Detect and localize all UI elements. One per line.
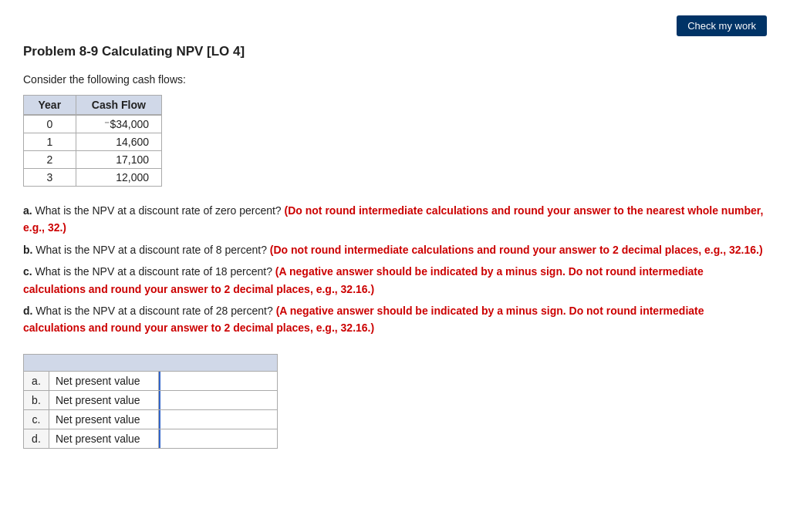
answer-row-label: d. [24, 429, 49, 448]
cash-flow-year: 1 [24, 133, 76, 151]
answer-field-label: Net present value [49, 429, 159, 448]
question-b: b. What is the NPV at a discount rate of… [23, 241, 767, 258]
answer-input-cell[interactable] [159, 409, 278, 429]
cash-flow-value: ⁻$34,000 [76, 115, 161, 133]
cash-flow-value: 12,000 [76, 169, 161, 187]
cash-flow-row: 1 14,600 [24, 133, 162, 151]
cash-flow-year: 2 [24, 151, 76, 169]
cash-flow-year: 3 [24, 169, 76, 187]
problem-title: Problem 8-9 Calculating NPV [LO 4] [23, 44, 767, 59]
answer-row: b. Net present value [24, 390, 278, 409]
answer-row-label: a. [24, 371, 49, 390]
cash-flow-row: 2 17,100 [24, 151, 162, 169]
answer-table: a. Net present value b. Net present valu… [23, 354, 278, 449]
cash-flow-table: Year Cash Flow 0 ⁻$34,000 1 14,600 2 17,… [23, 95, 162, 187]
question-c: c. What is the NPV at a discount rate of… [23, 263, 767, 298]
answer-row: d. Net present value [24, 429, 278, 448]
answer-row: c. Net present value [24, 409, 278, 429]
top-bar: Check my work [23, 15, 767, 36]
answer-row: a. Net present value [24, 371, 278, 390]
answer-row-label: c. [24, 409, 49, 429]
intro-text: Consider the following cash flows: [23, 73, 767, 86]
answer-field-label: Net present value [49, 371, 159, 390]
check-my-work-button[interactable]: Check my work [677, 15, 767, 36]
cash-flow-value: 14,600 [76, 133, 161, 151]
cash-flow-row: 0 ⁻$34,000 [24, 115, 162, 133]
answer-input-b[interactable] [159, 391, 277, 409]
col-header-year: Year [24, 96, 76, 116]
answer-row-label: b. [24, 390, 49, 409]
answer-table-header [24, 354, 278, 371]
questions-section: a. What is the NPV at a discount rate of… [23, 202, 767, 337]
cash-flow-row: 3 12,000 [24, 169, 162, 187]
answer-input-c[interactable] [159, 410, 277, 429]
answer-input-cell[interactable] [159, 371, 278, 390]
answer-input-cell[interactable] [159, 429, 278, 448]
cash-flow-year: 0 [24, 115, 76, 133]
answer-section: a. Net present value b. Net present valu… [23, 354, 767, 449]
answer-input-d[interactable] [159, 429, 277, 448]
answer-field-label: Net present value [49, 390, 159, 409]
cash-flow-value: 17,100 [76, 151, 161, 169]
answer-input-a[interactable] [159, 372, 277, 390]
question-a: a. What is the NPV at a discount rate of… [23, 202, 767, 237]
answer-field-label: Net present value [49, 409, 159, 429]
answer-input-cell[interactable] [159, 390, 278, 409]
question-d: d. What is the NPV at a discount rate of… [23, 302, 767, 337]
col-header-cashflow: Cash Flow [76, 96, 161, 116]
